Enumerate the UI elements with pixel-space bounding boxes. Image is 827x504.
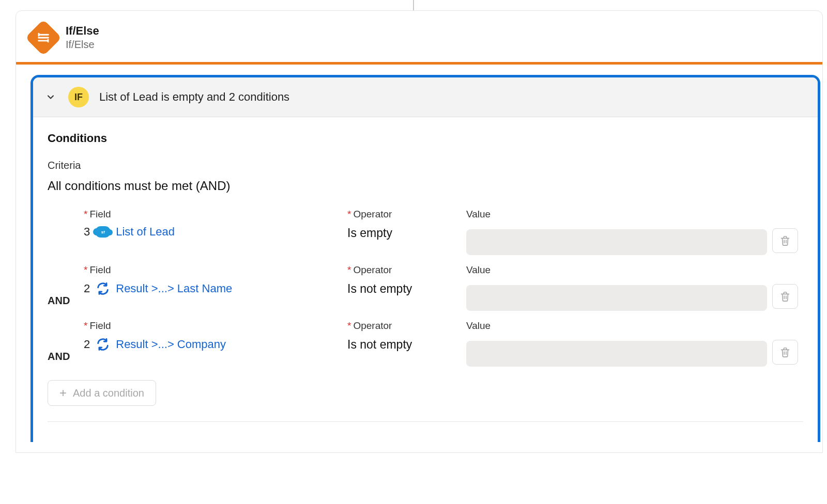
operator-value[interactable]: Is empty — [347, 225, 466, 240]
value-label: Value — [466, 264, 767, 276]
criteria-label: Criteria — [48, 160, 803, 171]
field-value[interactable]: 2Result >...> Last Name — [84, 281, 347, 296]
salesforce-icon: sf — [95, 226, 111, 238]
conditions-heading: Conditions — [48, 132, 803, 145]
condition-row: AND*Field2Result >...> Last Name*Operato… — [48, 264, 803, 311]
operator-value[interactable]: Is not empty — [347, 337, 466, 352]
add-condition-label: Add a condition — [73, 387, 144, 399]
summary-bar[interactable]: IF List of Lead is empty and 2 condition… — [33, 77, 818, 117]
operator-value[interactable]: Is not empty — [347, 281, 466, 296]
card-header: If/Else If/Else — [16, 11, 822, 62]
field-link[interactable]: Result >...> Last Name — [116, 282, 232, 295]
summary-text: List of Lead is empty and 2 conditions — [99, 90, 289, 104]
condition-rows: *Field3sfList of Lead*OperatorIs emptyVa… — [48, 209, 803, 367]
value-input[interactable] — [466, 341, 767, 367]
value-label: Value — [466, 209, 767, 220]
panel-divider — [48, 421, 803, 442]
condition-panel: IF List of Lead is empty and 2 condition… — [30, 75, 820, 442]
plus-icon: + — [59, 387, 67, 399]
value-input[interactable] — [466, 285, 767, 311]
collapse-chevron-icon[interactable] — [43, 90, 58, 104]
criteria-value: All conditions must be met (AND) — [48, 179, 803, 193]
condition-row: AND*Field2Result >...> Company*OperatorI… — [48, 320, 803, 367]
field-link[interactable]: Result >...> Company — [116, 338, 226, 351]
if-else-card: If/Else If/Else IF List of Lead is empty… — [16, 10, 823, 453]
value-label: Value — [466, 320, 767, 332]
delete-condition-button[interactable] — [772, 284, 798, 309]
field-label: *Field — [84, 320, 347, 332]
header-title: If/Else — [66, 24, 99, 38]
operator-label: *Operator — [347, 264, 466, 276]
value-input[interactable] — [466, 229, 767, 255]
delete-condition-button[interactable] — [772, 340, 798, 365]
step-number: 2 — [84, 282, 90, 295]
operator-label: *Operator — [347, 209, 466, 220]
if-else-icon — [25, 19, 62, 56]
delete-condition-button[interactable] — [772, 228, 798, 253]
field-value[interactable]: 2Result >...> Company — [84, 337, 347, 352]
add-condition-button[interactable]: + Add a condition — [48, 380, 156, 406]
cycle-icon — [95, 281, 111, 296]
header-subtitle: If/Else — [66, 39, 99, 51]
and-label — [48, 251, 84, 255]
step-number: 3 — [84, 225, 90, 239]
operator-label: *Operator — [347, 320, 466, 332]
field-value[interactable]: 3sfList of Lead — [84, 225, 347, 239]
condition-row: *Field3sfList of Lead*OperatorIs emptyVa… — [48, 209, 803, 255]
flow-connector — [413, 0, 414, 10]
field-label: *Field — [84, 209, 347, 220]
step-number: 2 — [84, 338, 90, 351]
panel-body: Conditions Criteria All conditions must … — [33, 117, 818, 442]
cycle-icon — [95, 337, 111, 352]
field-link[interactable]: List of Lead — [116, 225, 175, 239]
and-label: AND — [48, 295, 84, 311]
field-label: *Field — [84, 264, 347, 276]
if-pill: IF — [68, 87, 89, 107]
and-label: AND — [48, 351, 84, 367]
